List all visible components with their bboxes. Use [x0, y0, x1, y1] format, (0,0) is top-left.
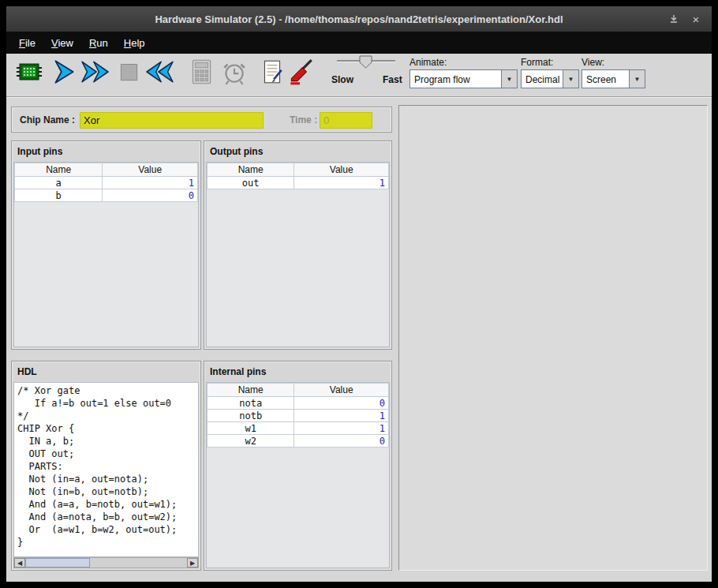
format-select[interactable]: Decimal ▼	[521, 69, 579, 88]
pin-value-cell: 1	[294, 422, 389, 435]
format-label: Format:	[521, 57, 553, 68]
minimize-button[interactable]	[666, 12, 682, 26]
calculator-button	[186, 57, 216, 87]
hdl-code-area: /* Xor gate If a!=b out=1 else out=0 */ …	[13, 382, 199, 557]
reset-button[interactable]	[145, 57, 175, 87]
table-row: notb 1	[208, 410, 389, 422]
menu-run[interactable]: Run	[81, 33, 116, 53]
output-pins-table-wrap: Name Value out 1	[206, 162, 390, 347]
pin-value-cell[interactable]: 0	[103, 189, 198, 202]
table-row: w1 1	[208, 422, 389, 435]
stop-button	[114, 57, 144, 87]
slider-slow-label: Slow	[331, 74, 353, 85]
clock-icon	[220, 58, 249, 86]
animate-select[interactable]: Program flow ▼	[409, 69, 518, 88]
hdl-title: HDL	[12, 361, 200, 382]
pin-name-cell: nota	[208, 397, 294, 410]
view-value: Screen	[582, 70, 629, 88]
table-row: a 1	[15, 177, 198, 189]
hdl-horizontal-scrollbar[interactable]: ◀ ▶	[13, 557, 199, 568]
close-icon: ×	[693, 13, 700, 26]
animate-value: Program flow	[410, 70, 501, 88]
input-pins-table-wrap: Name Value a 1 b 0	[13, 162, 199, 347]
pin-name-cell: w1	[208, 422, 294, 435]
format-dropdown-button[interactable]: ▼	[563, 70, 578, 88]
output-pins-title: Output pins	[204, 141, 391, 162]
run-button[interactable]	[80, 57, 110, 87]
view-label: View:	[582, 57, 604, 68]
output-pins-panel: Output pins Name Value out 1	[204, 140, 392, 350]
scroll-right-button[interactable]: ▶	[187, 558, 198, 567]
chevron-down-icon: ▼	[634, 76, 641, 83]
chip-name-bar: Chip Name : Time :	[11, 107, 392, 133]
menu-help[interactable]: Help	[116, 33, 153, 53]
slider-thumb-icon	[359, 55, 372, 69]
toolbar-separator	[6, 96, 712, 98]
paint-eraser-icon	[286, 58, 316, 86]
internal-pins-table-wrap: Name Value nota 0 notb 1 w1 1 w2 0	[206, 382, 390, 568]
column-header-name: Name	[15, 163, 103, 177]
pin-value-cell[interactable]: 1	[103, 177, 198, 189]
clear-button[interactable]	[286, 57, 316, 87]
titlebar: Hardware Simulator (2.5) - /home/thomas/…	[6, 6, 712, 32]
time-field	[320, 112, 372, 129]
input-pins-table: Name Value a 1 b 0	[14, 163, 198, 202]
minimize-icon	[669, 14, 679, 24]
load-chip-button[interactable]	[14, 57, 44, 87]
time-label: Time :	[290, 114, 317, 125]
view-dropdown-button[interactable]: ▼	[629, 70, 645, 88]
output-pins-table: Name Value out 1	[207, 163, 389, 189]
pin-value-cell: 1	[294, 177, 389, 189]
menu-file[interactable]: File	[11, 33, 43, 53]
single-step-icon	[50, 58, 78, 86]
pin-value-cell: 0	[294, 397, 389, 410]
slider-fast-label: Fast	[383, 74, 402, 85]
animate-label: Animate:	[409, 57, 447, 68]
pin-value-cell: 1	[294, 410, 389, 422]
chip-name-label: Chip Name :	[20, 114, 75, 125]
internal-pins-panel: Internal pins Name Value nota 0 notb 1 w…	[204, 361, 392, 571]
internal-pins-table: Name Value nota 0 notb 1 w1 1 w2 0	[207, 383, 389, 448]
table-row: nota 0	[208, 397, 389, 410]
table-row: out 1	[208, 177, 389, 189]
animate-dropdown-button[interactable]: ▼	[501, 70, 517, 88]
column-header-value: Value	[103, 163, 198, 177]
reset-icon	[146, 58, 174, 86]
hdl-panel: HDL /* Xor gate If a!=b out=1 else out=0…	[11, 361, 201, 571]
arrow-right-icon: ▶	[190, 560, 195, 567]
chip-icon	[15, 58, 43, 86]
window-title: Hardware Simulator (2.5) - /home/thomas/…	[6, 13, 712, 25]
table-row: w2 0	[208, 435, 389, 448]
chevron-down-icon: ▼	[507, 76, 513, 83]
pin-name-cell: notb	[208, 410, 294, 422]
single-step-button[interactable]	[49, 57, 79, 87]
close-button[interactable]: ×	[688, 12, 704, 26]
menu-view[interactable]: View	[43, 33, 81, 53]
column-header-value: Value	[294, 163, 389, 177]
pin-name-cell: a	[15, 177, 103, 189]
input-pins-title: Input pins	[12, 141, 200, 162]
table-row: b 0	[15, 189, 198, 202]
format-value: Decimal	[522, 70, 563, 88]
pin-value-cell: 0	[294, 435, 389, 448]
pin-name-cell: out	[208, 177, 294, 189]
chip-name-input[interactable]	[80, 112, 264, 129]
scrollbar-thumb[interactable]	[25, 558, 90, 567]
speed-slider-thumb[interactable]	[359, 55, 372, 72]
internal-pins-title: Internal pins	[204, 361, 391, 382]
script-icon	[258, 58, 286, 86]
script-button[interactable]	[257, 57, 287, 87]
column-header-value: Value	[294, 384, 389, 397]
input-pins-panel: Input pins Name Value a 1 b 0	[11, 140, 201, 350]
view-select[interactable]: Screen ▼	[582, 69, 645, 88]
hdl-code: /* Xor gate If a!=b out=1 else out=0 */ …	[14, 383, 198, 550]
clock-button	[219, 57, 249, 87]
calculator-icon	[187, 58, 215, 86]
screen-view-panel	[398, 105, 708, 571]
scroll-left-button[interactable]: ◀	[14, 558, 25, 567]
column-header-name: Name	[208, 384, 294, 397]
pin-name-cell: b	[15, 189, 103, 202]
arrow-left-icon: ◀	[17, 560, 22, 567]
column-header-name: Name	[208, 163, 294, 177]
stop-icon	[114, 58, 143, 86]
